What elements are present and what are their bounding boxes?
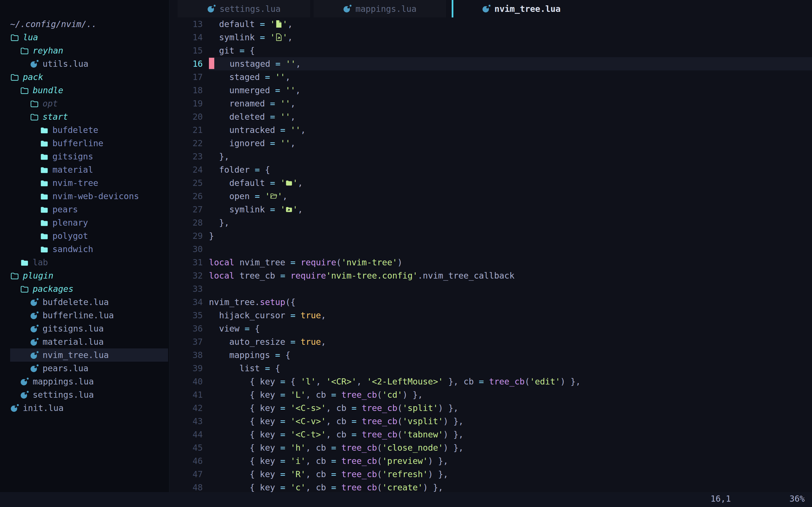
line-text[interactable]: }, bbox=[209, 216, 812, 229]
tree-item-init.lua[interactable]: init.lua bbox=[0, 401, 169, 414]
line-text[interactable]: { key = 'R', cb = tree_cb('refresh') }, bbox=[209, 467, 812, 481]
tree-item-settings.lua[interactable]: settings.lua bbox=[0, 388, 169, 401]
line-text[interactable]: } bbox=[209, 229, 812, 242]
line-number: 40 bbox=[169, 375, 209, 388]
line-text[interactable]: local nvim_tree = require('nvim-tree') bbox=[209, 256, 812, 269]
tree-item-plenary[interactable]: plenary bbox=[0, 216, 169, 229]
code-token: }, bbox=[209, 152, 229, 161]
tree-item-plugin[interactable]: plugin bbox=[0, 269, 169, 282]
code-token: = bbox=[280, 469, 290, 479]
line-text[interactable]: { key = '<C-s>', cb = tree_cb('split') }… bbox=[209, 401, 812, 414]
tree-item-start[interactable]: start bbox=[0, 110, 169, 123]
line-text[interactable]: symlink = '', bbox=[209, 203, 812, 216]
tree-item-nvim-tree[interactable]: nvim-tree bbox=[0, 176, 169, 189]
line-text[interactable]: { key = '<C-v>', cb = tree_cb('vsplit') … bbox=[209, 414, 812, 428]
line-number: 33 bbox=[169, 282, 209, 295]
line-text[interactable]: list = { bbox=[209, 362, 812, 375]
line-text[interactable]: local tree_cb = require'nvim-tree.config… bbox=[209, 269, 812, 282]
line-text[interactable]: nvim_tree.setup({ bbox=[209, 295, 812, 309]
folder-filled-cyan-icon bbox=[40, 126, 49, 135]
code-token: = bbox=[290, 337, 301, 347]
tree-item-packages[interactable]: packages bbox=[0, 282, 169, 295]
line-text[interactable]: { key = '<C-t>', cb = tree_cb('tabnew') … bbox=[209, 428, 812, 441]
tab-settings.lua[interactable]: settings.lua bbox=[177, 0, 310, 17]
code-area[interactable]: 13 default = '',14 symlink = '',15 git =… bbox=[169, 17, 812, 492]
code-token: }, bbox=[209, 218, 229, 228]
tree-item-opt[interactable]: opt bbox=[0, 97, 169, 110]
tree-item-bufferline.lua[interactable]: bufferline.lua bbox=[0, 309, 169, 322]
line-text[interactable]: mappings = { bbox=[209, 348, 812, 362]
tree-item-pears[interactable]: pears bbox=[0, 203, 169, 216]
line-text[interactable]: untracked = '', bbox=[209, 123, 812, 136]
tree-item-gitsigns[interactable]: gitsigns bbox=[0, 150, 169, 163]
line-text[interactable]: ignored = '', bbox=[209, 136, 812, 150]
tree-item-sandwich[interactable]: sandwich bbox=[0, 242, 169, 256]
line-text[interactable]: default = '', bbox=[209, 17, 812, 31]
lua-logo-icon bbox=[30, 337, 39, 346]
tree-item-nvim_tree.lua[interactable]: nvim_tree.lua bbox=[10, 348, 168, 362]
tree-item-polygot[interactable]: polygot bbox=[0, 229, 169, 242]
tree-item-material[interactable]: material bbox=[0, 163, 169, 176]
code-line-32: 32local tree_cb = require'nvim-tree.conf… bbox=[169, 269, 812, 282]
tree-item-mappings.lua[interactable]: mappings.lua bbox=[0, 375, 169, 388]
line-text[interactable]: default = '', bbox=[209, 176, 812, 189]
line-text[interactable]: open = '', bbox=[209, 189, 812, 203]
tab-mappings.lua[interactable]: mappings.lua bbox=[313, 0, 446, 17]
line-text[interactable]: folder = { bbox=[209, 163, 812, 176]
code-token: ) bbox=[397, 258, 402, 267]
line-text[interactable]: staged = '', bbox=[209, 70, 812, 83]
tree-item-lua[interactable]: lua bbox=[0, 31, 169, 44]
tab-label: nvim_tree.lua bbox=[495, 4, 561, 14]
tree-item-reyhan[interactable]: reyhan bbox=[0, 44, 169, 57]
code-token: deleted bbox=[209, 112, 270, 122]
code-token: mappings bbox=[209, 350, 275, 360]
code-line-28: 28 }, bbox=[169, 216, 812, 229]
tree-item-bufdelete[interactable]: bufdelete bbox=[0, 123, 169, 136]
code-token: , cb bbox=[326, 403, 351, 413]
code-token: .nvim_tree_callback bbox=[418, 271, 515, 281]
tree-item-bufferline[interactable]: bufferline bbox=[0, 136, 169, 150]
tree-item-label: gitsigns.lua bbox=[43, 324, 104, 334]
line-text[interactable]: renamed = '', bbox=[209, 97, 812, 110]
code-token: 'split' bbox=[402, 403, 438, 413]
line-text[interactable]: unmerged = '', bbox=[209, 83, 812, 97]
line-text[interactable]: hijack_cursor = true, bbox=[209, 309, 812, 322]
tree-item-~/.config/nvim/..[interactable]: ~/.config/nvim/.. bbox=[0, 17, 169, 31]
tree-item-lab[interactable]: lab bbox=[0, 256, 169, 269]
code-token: = bbox=[280, 430, 290, 439]
code-token: 'c' bbox=[290, 483, 306, 492]
line-text[interactable] bbox=[209, 242, 812, 256]
code-token: = bbox=[280, 403, 290, 413]
tree-item-gitsigns.lua[interactable]: gitsigns.lua bbox=[0, 322, 169, 335]
line-text[interactable]: { key = { 'l', '<CR>', '<2-LeftMouse>' }… bbox=[209, 375, 812, 388]
line-text[interactable]: deleted = '', bbox=[209, 110, 812, 123]
folder-filled-cyan-icon bbox=[40, 179, 49, 187]
tree-item-material.lua[interactable]: material.lua bbox=[0, 335, 169, 348]
code-token: ' bbox=[280, 178, 285, 188]
tree-item-label: material.lua bbox=[43, 337, 104, 347]
line-text[interactable]: { key = 'h', cb = tree_cb('close_node') … bbox=[209, 441, 812, 454]
line-text[interactable]: view = { bbox=[209, 322, 812, 335]
code-token: '<C-t>' bbox=[290, 430, 326, 439]
tree-item-bundle[interactable]: bundle bbox=[0, 83, 169, 97]
code-token: = bbox=[331, 390, 342, 400]
line-text[interactable]: symlink = '', bbox=[209, 31, 812, 44]
line-text[interactable] bbox=[209, 282, 812, 295]
line-text[interactable]: git = { bbox=[209, 44, 812, 57]
line-text[interactable]: { key = 'i', cb = tree_cb('preview') }, bbox=[209, 454, 812, 467]
code-line-16: 16 unstaged = '', bbox=[169, 57, 812, 70]
tree-item-pack[interactable]: pack bbox=[0, 70, 169, 83]
line-text[interactable]: }, bbox=[209, 150, 812, 163]
tree-item-utils.lua[interactable]: utils.lua bbox=[0, 57, 169, 70]
code-line-22: 22 ignored = '', bbox=[169, 136, 812, 150]
line-text[interactable]: unstaged = '', bbox=[209, 57, 812, 70]
tree-item-pears.lua[interactable]: pears.lua bbox=[0, 362, 169, 375]
line-text[interactable]: auto_resize = true, bbox=[209, 335, 812, 348]
tree-item-nvim-web-devicons[interactable]: nvim-web-devicons bbox=[0, 189, 169, 203]
line-text[interactable]: { key = 'L', cb = tree_cb('cd') }, bbox=[209, 388, 812, 401]
tree-item-label: lab bbox=[33, 258, 48, 267]
tab-nvim_tree.lua[interactable]: nvim_tree.lua bbox=[455, 0, 588, 17]
tree-item-bufdelete.lua[interactable]: bufdelete.lua bbox=[0, 295, 169, 309]
folder-filled-cyan-icon bbox=[40, 245, 49, 254]
line-text[interactable]: { key = 'c', cb = tree_cb('create') }, bbox=[209, 481, 812, 492]
